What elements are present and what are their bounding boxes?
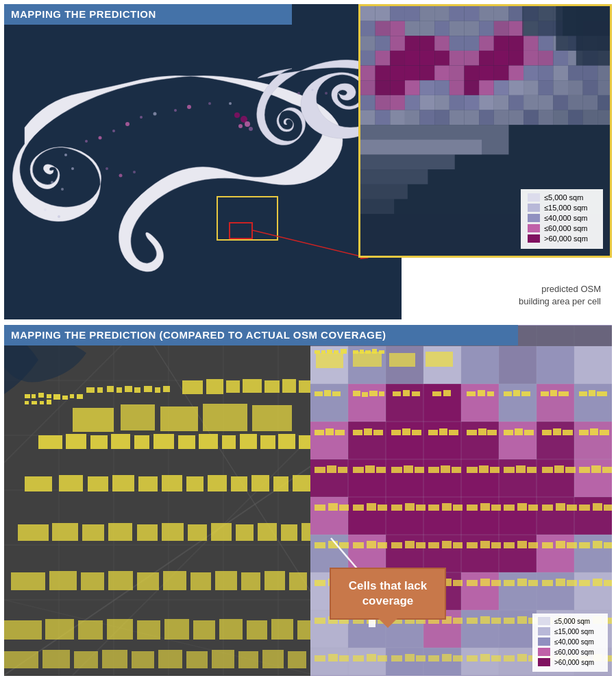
legend-swatch-4 <box>528 224 540 232</box>
svg-rect-503 <box>416 542 426 548</box>
svg-point-20 <box>106 167 108 170</box>
svg-rect-393 <box>341 349 347 354</box>
svg-rect-448 <box>327 465 336 473</box>
svg-rect-452 <box>376 467 386 473</box>
svg-rect-273 <box>4 620 42 640</box>
svg-rect-558 <box>504 618 515 624</box>
svg-rect-536 <box>528 580 538 586</box>
svg-rect-37 <box>434 6 449 21</box>
svg-rect-151 <box>597 95 610 110</box>
svg-rect-224 <box>299 380 311 393</box>
svg-rect-308 <box>574 346 612 384</box>
svg-rect-424 <box>325 428 334 435</box>
svg-rect-105 <box>420 66 435 81</box>
svg-rect-265 <box>108 571 133 590</box>
svg-rect-199 <box>38 393 44 398</box>
top-section: MAPPING THE PREDICTION <box>4 4 612 319</box>
svg-rect-343 <box>386 535 423 572</box>
svg-rect-75 <box>479 36 494 51</box>
svg-rect-123 <box>434 80 449 95</box>
svg-rect-330 <box>499 459 537 497</box>
svg-rect-426 <box>353 430 362 435</box>
svg-rect-581 <box>491 655 501 661</box>
svg-rect-486 <box>504 505 515 511</box>
svg-rect-485 <box>491 505 501 511</box>
svg-rect-141 <box>449 95 465 110</box>
svg-rect-583 <box>517 654 527 661</box>
svg-rect-327 <box>386 459 423 497</box>
svg-rect-157 <box>434 110 449 125</box>
svg-rect-78 <box>523 36 539 51</box>
svg-rect-567 <box>315 655 325 661</box>
svg-rect-470 <box>602 467 612 473</box>
svg-rect-513 <box>542 542 553 548</box>
svg-point-7 <box>153 112 157 116</box>
svg-rect-205 <box>53 394 60 400</box>
svg-rect-130 <box>539 80 554 95</box>
svg-rect-467 <box>565 467 576 473</box>
svg-rect-209 <box>86 387 95 393</box>
svg-rect-433 <box>439 428 447 435</box>
svg-rect-483 <box>467 505 478 511</box>
svg-rect-41 <box>494 6 509 21</box>
svg-rect-88 <box>420 51 435 66</box>
svg-rect-408 <box>412 391 420 396</box>
svg-rect-262 <box>11 572 45 590</box>
svg-rect-574 <box>405 654 415 661</box>
svg-rect-559 <box>517 616 527 624</box>
svg-rect-215 <box>144 386 152 392</box>
svg-rect-432 <box>428 430 438 435</box>
svg-rect-481 <box>442 503 452 511</box>
svg-rect-493 <box>593 503 602 511</box>
cells-callout-box: Cells that lackcoverage <box>330 568 446 620</box>
svg-rect-406 <box>393 391 401 396</box>
svg-rect-342 <box>348 535 386 572</box>
svg-rect-136 <box>375 95 391 110</box>
svg-rect-92 <box>479 51 494 66</box>
svg-rect-72 <box>434 36 449 51</box>
svg-rect-272 <box>289 572 307 590</box>
svg-rect-354 <box>499 572 537 610</box>
svg-rect-247 <box>251 475 269 491</box>
svg-rect-305 <box>461 346 499 384</box>
svg-rect-69 <box>390 36 405 51</box>
svg-rect-437 <box>487 430 497 435</box>
svg-point-3 <box>112 130 115 132</box>
svg-rect-316 <box>574 384 612 422</box>
svg-point-21 <box>119 174 123 178</box>
svg-rect-473 <box>339 505 349 511</box>
svg-rect-337 <box>461 497 499 535</box>
svg-rect-238 <box>25 476 52 491</box>
svg-rect-288 <box>132 651 154 668</box>
svg-point-19 <box>61 188 64 191</box>
svg-rect-229 <box>134 435 149 449</box>
svg-point-10 <box>208 102 211 105</box>
svg-rect-227 <box>90 435 108 449</box>
legend-label-1: ≤5,000 sqm <box>544 193 583 202</box>
svg-rect-36 <box>420 6 435 21</box>
svg-rect-234 <box>240 434 257 449</box>
svg-rect-454 <box>404 465 413 473</box>
svg-rect-282 <box>271 619 293 640</box>
svg-rect-533 <box>491 580 501 586</box>
svg-rect-338 <box>499 497 537 535</box>
svg-rect-442 <box>553 428 561 435</box>
svg-rect-171 <box>360 140 482 155</box>
svg-rect-58 <box>494 21 509 36</box>
svg-rect-0 <box>4 4 402 319</box>
svg-rect-576 <box>428 655 439 661</box>
svg-rect-355 <box>537 572 574 610</box>
svg-rect-216 <box>155 387 160 393</box>
svg-rect-309 <box>310 384 348 422</box>
svg-rect-341 <box>310 535 348 572</box>
svg-rect-223 <box>282 379 296 393</box>
svg-rect-212 <box>116 387 122 393</box>
svg-rect-512 <box>528 542 538 548</box>
svg-rect-540 <box>579 580 590 586</box>
svg-rect-233 <box>222 435 236 449</box>
svg-rect-346 <box>499 535 537 572</box>
svg-rect-407 <box>403 390 410 396</box>
svg-rect-120 <box>390 80 405 95</box>
svg-rect-86 <box>390 51 405 66</box>
svg-rect-173 <box>360 169 428 184</box>
